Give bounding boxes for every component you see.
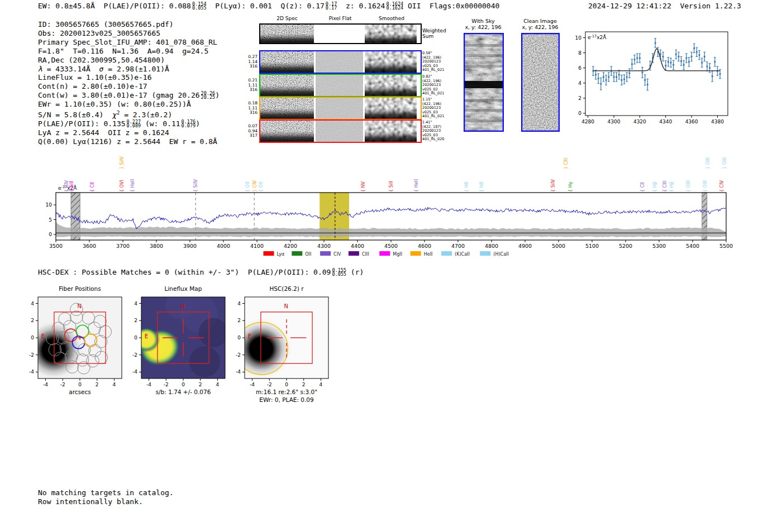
svg-text:4500: 4500 (384, 243, 398, 249)
svg-text:0: 0 (182, 382, 185, 387)
svg-text:-4: -4 (146, 382, 151, 387)
svg-text:4: 4 (113, 382, 116, 387)
text-segment: S/N = 5.8(±0.4) (38, 111, 112, 119)
emission-label-OII: { OII (259, 181, 264, 192)
info-line-3: Primary Spec_Slot_IFU_AMP: 401_078_068_R… (38, 38, 220, 47)
emission-label-CIV: { CIV (719, 180, 724, 192)
compass-east-label: E (41, 333, 45, 339)
info-line-9: Cont(w) = 3.80(±0.01)e-17 (gmag 20.2620.… (38, 91, 220, 100)
compass-east-label: E (145, 333, 148, 339)
spectrum-line (56, 207, 726, 228)
svg-text:5300: 5300 (652, 243, 666, 249)
montage-right-value: 401_RL_021 (422, 92, 444, 96)
header-datetime-version: 2024-12-29 12:41:22 Version 1.22.3 (588, 2, 741, 10)
lineflux-map-title: Lineflux Map (165, 285, 202, 292)
svg-text:4300: 4300 (317, 243, 331, 249)
text-segment: Cont(n) = 2.80(±0.10)e-17 (38, 82, 147, 90)
zoom-plot-unit-label: e-17x2Å (588, 34, 607, 41)
italic-symbol: χ (112, 111, 117, 119)
montage-image-noisy (260, 51, 314, 73)
svg-text:3700: 3700 (116, 243, 130, 249)
montage-right-value: 401_RL_021 (422, 114, 444, 119)
stacked-fraction: 20.2620.25 (201, 92, 216, 100)
montage-row-fiber-2 (259, 74, 422, 97)
legend-swatch-(H)CaII (480, 251, 490, 256)
hsc-r-xlabel-2: EWr: 0, PLAE: 0.09 (259, 396, 313, 403)
text-segment: LyA z = 2.5644 OII z = 0.1624 (38, 128, 169, 137)
text-segment: EWr = 1.10(±0.35) (w: 0.80(±0.25))Å (38, 100, 191, 108)
clean-image-subtitle: x, y: 422, 196 (522, 24, 558, 30)
montage-row-fiber-3 (259, 97, 422, 120)
svg-text:4320: 4320 (633, 119, 646, 124)
emission-label-SiIV: { SiIV (193, 179, 198, 192)
emission-label-CIII: } CIII (564, 158, 569, 169)
info-block: ID: 3005657665 (3005657665.pdf)Obs: 2020… (38, 20, 220, 146)
svg-text:8: 8 (578, 50, 581, 56)
fiber-positions-panel: Fiber PositionsNE-4-4-2-2002244arcsecs (17, 282, 137, 408)
montage-image-noisy (260, 25, 314, 43)
svg-text:5500: 5500 (719, 243, 733, 249)
svg-text:-4: -4 (29, 369, 34, 375)
compass-north-label: N (180, 303, 184, 309)
info-line-8: Cont(n) = 2.80(±0.10)e-17 (38, 82, 220, 91)
with-sky-image (464, 33, 504, 132)
compass-east-label: E (248, 333, 251, 339)
montage-image-smooth (365, 25, 417, 43)
emission-label-Hβ: { Hβ (669, 181, 674, 192)
legend-label-OII: OII (305, 252, 311, 257)
hsc-r-panel: HSC(26.2) rNE-4-4-2-2002244m:16.1 re:2.6… (223, 282, 344, 419)
montage-row-left-labels-2: 0.211.11316 (246, 78, 258, 93)
legend-swatch-MgII (379, 251, 390, 256)
montage-image-flat (316, 75, 363, 96)
svg-text:-4: -4 (250, 382, 255, 387)
montage-image-noisy (260, 98, 314, 119)
svg-text:4300: 4300 (608, 119, 621, 124)
info-line-13: LyA z = 2.5644 OII z = 0.1624 (38, 128, 220, 137)
clean-image-title-text: Clean Image (522, 18, 558, 24)
legend-swatch-OII (292, 251, 302, 256)
fraction-lower: 0.079 (182, 124, 196, 128)
svg-text:5000: 5000 (552, 243, 565, 249)
stacked-fraction: 0.1550.055 (332, 269, 346, 277)
info-line-4: F=1.8" T=0.116 N=1.36 A=0.94 g=24.5 (38, 47, 220, 56)
montage-left-value: 316 (246, 88, 258, 93)
svg-text:2: 2 (134, 318, 137, 323)
legend-label-CIII: CIII (362, 252, 369, 257)
hsc-r-title: HSC(26.2) r (269, 285, 304, 292)
svg-text:10: 10 (46, 202, 53, 208)
hsc-r-xlabel-1: m:16.1 re:2.6" s:3.0" (256, 389, 317, 395)
svg-text:4: 4 (134, 301, 137, 306)
montage-image-smooth (365, 121, 417, 142)
info-line-2: Obs: 20200123v025_3005657665 (38, 29, 220, 38)
montage-left-value: 317 (246, 133, 258, 138)
fiber-positions-title: Fiber Positions (59, 285, 101, 292)
legend-swatch-(K)CaII (441, 251, 452, 256)
text-segment: OII Flags:0x00000040 (403, 2, 499, 10)
legend-label-HeII: HeII (424, 252, 433, 257)
footer-line-1: No matching targets in catalog. (38, 488, 174, 497)
svg-text:2: 2 (578, 95, 581, 101)
emission-label-Hβ: { Hβ (652, 181, 657, 192)
info-line-10: EWr = 1.10(±0.35) (w: 0.80(±0.25))Å (38, 100, 220, 109)
montage-col-header-3: Smoothed (379, 16, 404, 21)
lineflux-map-xlabel-1: s/b: 1.74 +/- 0.076 (156, 389, 211, 395)
legend-swatch-Lyα (264, 251, 274, 256)
svg-text:-2: -2 (60, 382, 65, 387)
text-segment: (r) (346, 268, 364, 276)
legend-swatch-CIV (320, 251, 331, 256)
compass-north-label: N (77, 303, 81, 309)
with-sky-subtitle: x, y: 422, 196 (465, 24, 501, 30)
text-segment: Primary Spec_Slot_IFU_AMP: 401_078_068_R… (38, 38, 217, 46)
svg-text:3500: 3500 (49, 243, 63, 249)
svg-text:4000: 4000 (217, 243, 230, 249)
text-segment: HSC-DEX : Possible Matches = 0 (within +… (38, 268, 331, 276)
svg-text:0: 0 (49, 232, 52, 237)
svg-text:4600: 4600 (418, 243, 431, 249)
text-segment: Q(0.00) Lyα(1216) z = 2.5644 EW r = 0.8Å (38, 137, 217, 146)
stacked-fraction: 0.1760.079 (182, 120, 196, 128)
svg-text:4: 4 (320, 382, 323, 387)
emission-label-CIV: { CIV (64, 180, 69, 192)
emission-label-Hγ: { Hγ (568, 181, 573, 192)
info-line-11: S/N = 5.8(±0.4) χ2 = 2.3(±0.2) (38, 109, 220, 119)
emission-label-SiIV: } SiIV (120, 156, 125, 169)
